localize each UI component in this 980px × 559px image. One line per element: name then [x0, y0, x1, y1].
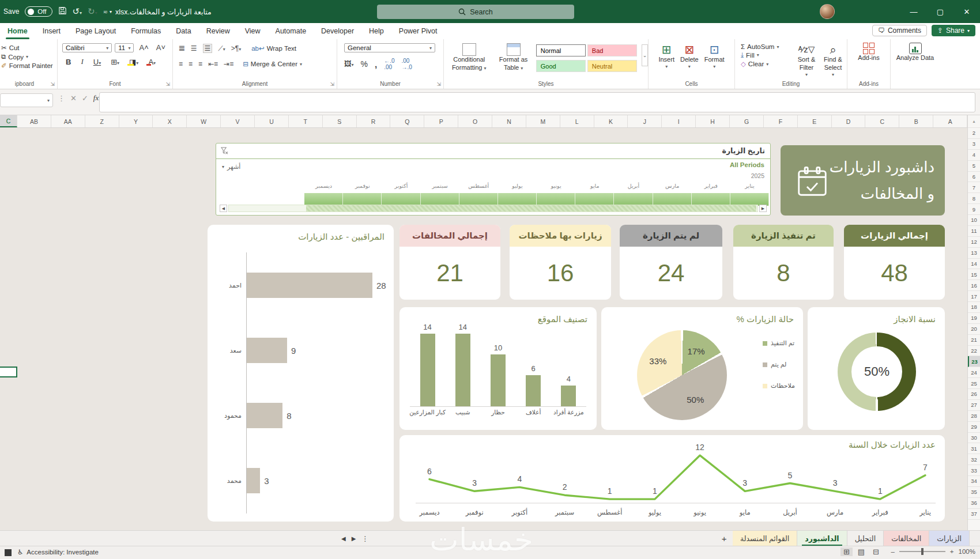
increase-font-icon[interactable]: A˄ — [137, 43, 150, 52]
confirm-entry-icon[interactable]: ✓ — [82, 94, 88, 103]
row-header-12[interactable]: 12 — [968, 237, 980, 248]
column-header-J[interactable]: J — [628, 115, 662, 127]
column-header-AB[interactable]: AB — [17, 115, 51, 127]
column-bar[interactable] — [420, 334, 435, 406]
row-header-30[interactable]: 30 — [968, 433, 980, 444]
column-header-Q[interactable]: Q — [390, 115, 424, 127]
sheet-tab-الزيارات[interactable]: الزيارات — [929, 531, 970, 546]
number-dialog-launcher[interactable]: ⇲ — [436, 81, 441, 87]
quick-access-customize-icon[interactable]: ≂ — [103, 9, 108, 15]
row-header-34[interactable]: 34 — [968, 476, 980, 487]
insert-function-button[interactable]: fx — [93, 93, 99, 103]
copy-button[interactable]: ⧉Copy▾ — [1, 53, 57, 61]
slicer-month-segment[interactable] — [614, 193, 653, 206]
column-header-N[interactable]: N — [492, 115, 526, 127]
row-header-7[interactable]: 7 — [968, 182, 980, 193]
row-header-23[interactable]: 23 — [968, 356, 980, 367]
font-size-select[interactable]: 11▾ — [115, 43, 134, 52]
slicer-selection-bar[interactable] — [304, 193, 769, 206]
search-input[interactable]: Search — [377, 5, 574, 19]
row-header-13[interactable]: 13 — [968, 248, 980, 259]
addins-button[interactable]: Add-ins — [847, 39, 890, 65]
sheet-tab-الداشبورد[interactable]: الداشبورد — [797, 531, 847, 546]
macro-record-icon[interactable] — [5, 549, 12, 556]
column-header-U[interactable]: U — [255, 115, 289, 127]
italic-button[interactable]: I — [78, 57, 85, 66]
column-bar[interactable] — [561, 386, 576, 406]
sheet-tab-المخالفات[interactable]: المخالفات — [884, 531, 929, 546]
align-top-icon[interactable]: 𝌆 — [179, 44, 185, 52]
row-header-25[interactable]: 25 — [968, 378, 980, 389]
ribbon-tab-data[interactable]: Data — [168, 23, 198, 39]
zoom-out-icon[interactable]: – — [891, 548, 894, 555]
sheet-nav-left-icon[interactable]: ◀ — [341, 535, 346, 542]
slicer-month-segment[interactable] — [653, 193, 692, 206]
column-bar[interactable] — [491, 354, 506, 406]
row-header-5[interactable]: 5 — [968, 161, 980, 172]
row-header-8[interactable]: 8 — [968, 193, 980, 204]
slicer-month-segment[interactable] — [537, 193, 575, 206]
bar-segment[interactable] — [247, 468, 260, 493]
column-header-H[interactable]: H — [696, 115, 730, 127]
slicer-month-segment[interactable] — [459, 193, 498, 206]
ribbon-tab-view[interactable]: View — [238, 23, 268, 39]
slicer-level-select[interactable]: ▾أشهر — [222, 163, 240, 171]
page-break-view-icon[interactable]: ⊟ — [870, 547, 882, 556]
slicer-month-segment[interactable] — [692, 193, 730, 206]
column-header-P[interactable]: P — [424, 115, 458, 127]
analyze-data-button[interactable]: Analyze Data — [891, 39, 940, 65]
column-header-Z[interactable]: Z — [85, 115, 119, 127]
row-header-28[interactable]: 28 — [968, 411, 980, 422]
column-header-A[interactable]: A — [933, 115, 967, 127]
row-header-6[interactable]: 6 — [968, 172, 980, 183]
column-header-T[interactable]: T — [289, 115, 323, 127]
wrap-text-button[interactable]: ab↩Wrap Text — [251, 44, 296, 52]
ribbon-tab-page-layout[interactable]: Page Layout — [68, 23, 123, 39]
decrease-decimal-icon[interactable]: .00→.0 — [401, 58, 412, 70]
bar-segment[interactable] — [247, 273, 372, 298]
column-header-R[interactable]: R — [357, 115, 391, 127]
column-header-I[interactable]: I — [662, 115, 696, 127]
conditional-formatting-button[interactable]: Conditional Formatting ▾ — [444, 41, 494, 74]
row-header-19[interactable]: 19 — [968, 313, 980, 324]
undo-icon[interactable]: ↺▾ — [73, 6, 82, 17]
comma-style-icon[interactable]: , — [375, 59, 377, 69]
redo-icon[interactable]: ↻▾ — [88, 6, 97, 17]
clear-filter-icon[interactable] — [221, 146, 228, 157]
maximize-button[interactable]: ▢ — [927, 0, 953, 23]
row-header-37[interactable]: 37 — [968, 509, 980, 520]
column-header-Y[interactable]: Y — [119, 115, 153, 127]
bar-segment[interactable] — [247, 338, 287, 363]
align-middle-icon[interactable]: ☰ — [191, 44, 197, 52]
zoom-slider-thumb[interactable] — [921, 548, 924, 555]
column-header-O[interactable]: O — [458, 115, 492, 127]
minimize-button[interactable]: — — [900, 0, 927, 23]
workbook-title[interactable]: متابعة الزيارات و المخالفات.xlsx▾ — [110, 0, 212, 23]
row-header-26[interactable]: 26 — [968, 389, 980, 400]
percent-style-icon[interactable]: % — [361, 59, 368, 69]
styles-gallery-more-button[interactable]: ⌄ — [642, 44, 648, 66]
row-header-2[interactable]: 2 — [968, 128, 980, 139]
column-header-AA[interactable]: AA — [51, 115, 85, 127]
sheet-nav-more-icon[interactable]: ⋮ — [361, 535, 368, 543]
cell-style-good[interactable]: Good — [536, 60, 586, 72]
zoom-in-icon[interactable]: + — [950, 548, 954, 555]
normal-view-icon[interactable]: ⊞ — [840, 547, 853, 556]
column-header-G[interactable]: G — [730, 115, 764, 127]
column-header-X[interactable]: X — [153, 115, 187, 127]
row-header-18[interactable]: 18 — [968, 302, 980, 313]
comments-button[interactable]: 🗨Comments — [872, 25, 927, 36]
slicer-month-segment[interactable] — [421, 193, 459, 206]
column-header-C[interactable]: C — [865, 115, 899, 127]
ribbon-tab-home[interactable]: Home — [0, 23, 35, 39]
zoom-slider[interactable] — [899, 551, 945, 552]
number-format-select[interactable]: General▾ — [344, 43, 435, 52]
name-box[interactable]: ▾ — [0, 93, 53, 107]
sheet-canvas[interactable]: داشبورد الزياراتو المخالفات تاريخ الزيار… — [0, 128, 967, 530]
slicer-month-segment[interactable] — [304, 193, 343, 206]
row-strip-corner-icon[interactable]: ▴ — [968, 115, 980, 128]
accounting-format-icon[interactable]: 🖼▾ — [344, 60, 354, 68]
increase-indent-icon[interactable]: ⇥≡ — [224, 60, 233, 68]
close-button[interactable]: ✕ — [953, 0, 980, 23]
zoom-level[interactable]: 100% — [959, 548, 975, 555]
